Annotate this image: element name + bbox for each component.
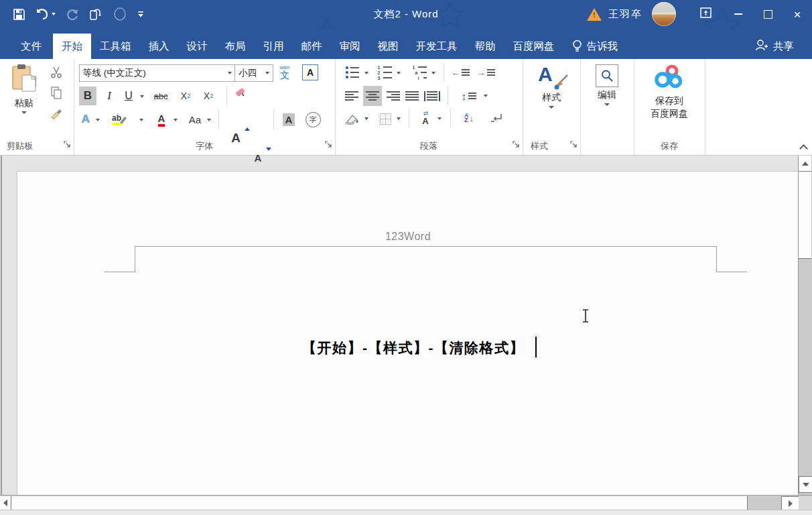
font-color-button[interactable]: A bbox=[151, 110, 172, 129]
underline-button[interactable]: U bbox=[121, 87, 137, 105]
highlight-dropdown-icon[interactable] bbox=[139, 119, 143, 121]
paste-dropdown-icon[interactable] bbox=[21, 111, 27, 114]
superscript-button[interactable]: X2 bbox=[198, 87, 218, 105]
tab-mailings[interactable]: 邮件 bbox=[293, 34, 331, 59]
styles-button[interactable]: A 样式 bbox=[534, 63, 569, 109]
vertical-scrollbar[interactable] bbox=[798, 156, 812, 495]
text-effects-dropdown-icon[interactable] bbox=[96, 119, 100, 121]
editing-dropdown-icon[interactable] bbox=[604, 103, 610, 106]
horizontal-scrollbar[interactable] bbox=[0, 495, 812, 510]
qat-customize-button[interactable] bbox=[137, 11, 144, 17]
bold-button[interactable]: B bbox=[79, 87, 96, 105]
undo-dropdown-icon[interactable] bbox=[52, 13, 56, 15]
scroll-left-button[interactable] bbox=[0, 496, 11, 510]
scroll-right-button[interactable] bbox=[781, 496, 799, 511]
show-marks-button[interactable] bbox=[486, 109, 506, 127]
tab-help[interactable]: 帮助 bbox=[466, 34, 504, 59]
tab-file[interactable]: 文件 bbox=[9, 34, 53, 59]
font-size-dropdown-icon[interactable] bbox=[265, 72, 269, 74]
touch-mode-icon[interactable] bbox=[89, 7, 103, 21]
enclose-characters-button[interactable]: 字 bbox=[303, 110, 323, 129]
decrease-indent-button[interactable]: ← bbox=[450, 64, 470, 80]
increase-indent-button[interactable]: → bbox=[476, 64, 496, 80]
warning-icon[interactable]: ! bbox=[587, 8, 602, 21]
clear-formatting-button[interactable]: A bbox=[233, 87, 253, 105]
scroll-down-button[interactable] bbox=[799, 476, 812, 493]
tab-design[interactable]: 设计 bbox=[178, 34, 216, 59]
sort-button[interactable]: AZ ↓ bbox=[458, 109, 480, 127]
shading-dropdown-icon[interactable] bbox=[364, 117, 368, 120]
align-right-button[interactable] bbox=[385, 87, 402, 105]
close-button[interactable]: × bbox=[783, 0, 812, 28]
clipboard-dialog-launcher-icon[interactable] bbox=[64, 139, 71, 151]
tab-insert[interactable]: 插入 bbox=[140, 34, 178, 59]
subscript-button[interactable]: X2 bbox=[176, 87, 196, 105]
tab-developer[interactable]: 开发工具 bbox=[407, 34, 466, 59]
tab-toolbox[interactable]: 工具箱 bbox=[91, 34, 140, 59]
align-center-button[interactable] bbox=[363, 86, 382, 106]
numbering-dropdown-icon[interactable] bbox=[397, 72, 401, 74]
bullets-button[interactable] bbox=[343, 64, 362, 80]
distribute-button[interactable] bbox=[422, 87, 442, 105]
text-highlight-button[interactable]: ab bbox=[105, 110, 135, 129]
styles-dropdown-icon[interactable] bbox=[549, 106, 554, 109]
font-dialog-launcher-icon[interactable] bbox=[325, 139, 332, 151]
shading-button[interactable] bbox=[343, 110, 362, 127]
styles-dialog-launcher-icon[interactable] bbox=[570, 139, 578, 151]
font-name-dropdown-icon[interactable] bbox=[228, 72, 232, 74]
multilevel-list-button[interactable]: 1 a i bbox=[410, 64, 429, 80]
strikethrough-button[interactable]: abc bbox=[150, 87, 172, 105]
font-size-combo[interactable]: 小四 bbox=[234, 64, 273, 82]
text-effects-button[interactable]: A bbox=[78, 110, 94, 129]
undo-button[interactable] bbox=[36, 9, 56, 19]
borders-dropdown-icon[interactable] bbox=[397, 117, 401, 120]
change-case-dropdown-icon[interactable] bbox=[207, 119, 211, 121]
align-left-button[interactable] bbox=[343, 87, 360, 105]
ribbon-display-options-icon[interactable] bbox=[700, 7, 712, 21]
line-spacing-dropdown-icon[interactable] bbox=[484, 95, 488, 97]
phonetic-guide-button[interactable]: wén 文 bbox=[275, 63, 295, 82]
header-text[interactable]: 123Word bbox=[17, 231, 799, 243]
change-case-button[interactable]: Aa bbox=[185, 110, 205, 129]
horizontal-scroll-thumb[interactable] bbox=[11, 496, 748, 510]
justify-button[interactable] bbox=[403, 87, 421, 105]
multilevel-dropdown-icon[interactable] bbox=[431, 72, 435, 74]
underline-dropdown-icon[interactable] bbox=[140, 95, 144, 98]
format-painter-button[interactable] bbox=[47, 105, 66, 121]
asian-layout-dropdown-icon[interactable] bbox=[437, 117, 442, 120]
save-to-baidu-button[interactable]: 保存到 百度网盘 bbox=[642, 63, 696, 120]
avatar[interactable] bbox=[652, 2, 676, 26]
italic-button[interactable]: I bbox=[102, 87, 117, 105]
scroll-up-button[interactable] bbox=[799, 156, 811, 172]
tab-review[interactable]: 审阅 bbox=[331, 34, 369, 59]
minimize-button[interactable] bbox=[724, 0, 753, 28]
copy-button[interactable] bbox=[47, 84, 66, 101]
tab-layout[interactable]: 布局 bbox=[216, 34, 255, 59]
tab-view[interactable]: 视图 bbox=[369, 34, 407, 59]
character-border-button[interactable]: A bbox=[301, 64, 319, 81]
borders-button[interactable] bbox=[377, 110, 394, 127]
character-shading-button[interactable]: A bbox=[279, 110, 299, 129]
paste-button[interactable]: 粘贴 bbox=[7, 63, 42, 114]
paragraph-dialog-launcher-icon[interactable] bbox=[513, 139, 520, 151]
body-text[interactable]: 【开始】-【样式】-【清除格式】 bbox=[302, 339, 525, 357]
save-icon[interactable] bbox=[13, 9, 25, 20]
maximize-button[interactable] bbox=[753, 0, 783, 28]
tab-tellme[interactable]: 告诉我 bbox=[563, 34, 627, 59]
font-name-combo[interactable]: 等线 (中文正文) bbox=[79, 64, 236, 82]
line-spacing-button[interactable]: ↕ bbox=[457, 87, 481, 105]
bullets-dropdown-icon[interactable] bbox=[364, 72, 368, 74]
account-name[interactable]: 王羽卒 bbox=[608, 8, 642, 21]
numbering-button[interactable]: 1 2 3 bbox=[375, 64, 394, 80]
tab-baidu-netdisk[interactable]: 百度网盘 bbox=[504, 34, 563, 59]
tab-home[interactable]: 开始 bbox=[53, 34, 91, 59]
cut-button[interactable] bbox=[47, 64, 66, 80]
vertical-scroll-thumb[interactable] bbox=[799, 172, 811, 259]
share-button[interactable]: 共享 bbox=[746, 34, 803, 59]
font-color-dropdown-icon[interactable] bbox=[174, 119, 178, 121]
editing-button[interactable]: 编辑 bbox=[591, 64, 623, 106]
asian-layout-button[interactable]: ⇄ A bbox=[415, 109, 435, 127]
document-page[interactable]: 123Word 【开始】-【样式】-【清除格式】 bbox=[17, 171, 799, 496]
tab-references[interactable]: 引用 bbox=[255, 34, 293, 59]
collapse-ribbon-button[interactable] bbox=[801, 144, 807, 150]
